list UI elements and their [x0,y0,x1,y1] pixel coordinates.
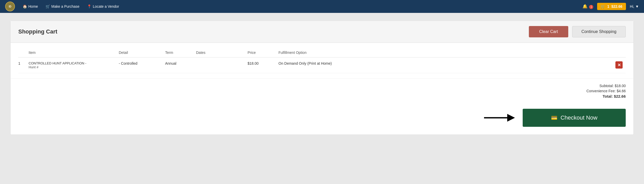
row-item-name: CONTROLLED HUNT APPLICATION - Hunt # [29,61,119,69]
row-fulfillment: On Demand Only (Print at Home) [278,61,615,65]
col-term: Term [165,51,196,55]
subtotal-line: Subtotal: $18.00 [18,84,626,88]
cart-title: Shopping Cart [18,28,529,35]
cart-summary: Subtotal: $18.00 Convenience Fee: $4.66 … [11,78,633,104]
checkout-button[interactable]: 💳 Checkout Now [523,109,626,127]
checkout-card-icon: 💳 [551,115,557,121]
page-content: Shopping Cart Clear Cart Continue Shoppi… [0,13,644,143]
continue-shopping-button[interactable]: Continue Shopping [572,26,626,37]
cart-header: Shopping Cart Clear Cart Continue Shoppi… [11,21,633,43]
nav-home[interactable]: 🏠 Home [23,4,38,9]
col-price: Price [248,51,278,55]
pin-icon: 📍 [87,4,91,9]
site-logo: ID [5,2,15,11]
clear-cart-button[interactable]: Clear Cart [529,26,568,37]
row-detail: - Controlled [119,61,165,65]
cart-table: Item Detail Term Dates Price Fulfillment… [11,43,633,78]
nav-purchase[interactable]: 🛒 Make a Purchase [46,4,79,9]
col-item: Item [29,51,119,55]
col-action [615,51,626,55]
col-dates: Dates [196,51,248,55]
remove-item-button[interactable]: ✕ [615,61,623,69]
notification-badge: 1 [589,5,593,9]
main-nav: ID 🏠 Home 🛒 Make a Purchase 📍 Locate a V… [0,0,644,13]
arrow-icon [484,111,515,124]
nav-vendor[interactable]: 📍 Locate a Vendor [87,4,119,9]
cart-nav-icon: 🛒 [46,4,50,9]
header-actions: Clear Cart Continue Shopping [529,26,626,37]
table-row: 1 CONTROLLED HUNT APPLICATION - Hunt # -… [18,57,626,73]
table-header: Item Detail Term Dates Price Fulfillment… [18,48,626,57]
checkout-section: 💳 Checkout Now [11,104,633,135]
nav-right: 🔔 1 🛒 1 $22.66 Hi, ▼ [582,3,639,10]
item-name-sub: Hunt # [29,65,119,69]
arrow-container [484,111,515,124]
col-detail: Detail [119,51,165,55]
total-line: Total: $22.66 [18,94,626,98]
fee-line: Convenience Fee: $4.66 [18,89,626,93]
row-number: 1 [18,61,29,65]
cart-icon: 🛒 [601,4,605,9]
item-name-main: CONTROLLED HUNT APPLICATION - [29,61,119,65]
cart-button[interactable]: 🛒 1 $22.66 [597,3,626,10]
cart-container: Shopping Cart Clear Cart Continue Shoppi… [10,21,634,135]
row-term: Annual [165,61,196,65]
user-menu[interactable]: Hi, ▼ [630,4,639,9]
svg-marker-1 [507,114,515,122]
row-price: $18.00 [248,61,278,65]
col-num [18,51,29,55]
chevron-down-icon: ▼ [635,4,639,9]
col-fulfillment: Fulfillment Option [278,51,615,55]
home-icon: 🏠 [23,4,27,9]
notification-bell[interactable]: 🔔 1 [582,4,593,9]
